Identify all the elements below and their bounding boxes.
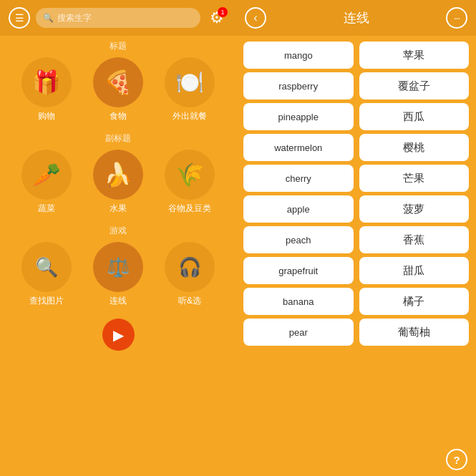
notification-badge: 1 xyxy=(218,7,228,17)
english-card[interactable]: cherry xyxy=(243,165,354,192)
chinese-card[interactable]: 覆盆子 xyxy=(359,72,470,99)
matching-icon-circle: ⚖️ xyxy=(93,242,143,292)
matching-row: mango苹果 xyxy=(243,42,469,69)
chinese-card[interactable]: 甜瓜 xyxy=(359,257,470,284)
sub-categories-row: 🥕 蔬菜 🍌 水果 🌾 谷物及豆类 xyxy=(0,146,236,220)
dining-label: 外出就餐 xyxy=(173,110,207,122)
more-button[interactable]: ··· xyxy=(446,7,467,29)
section-title: 标题 xyxy=(0,36,236,54)
english-card[interactable]: pineapple xyxy=(243,103,354,130)
chinese-card[interactable]: 橘子 xyxy=(359,288,470,315)
matching-row: cherry芒果 xyxy=(243,165,469,192)
play-button-container: ▶ xyxy=(0,313,236,358)
category-vegetables[interactable]: 🥕 蔬菜 xyxy=(18,150,75,215)
left-panel: ☰ 🔍 搜索生字 ⚙ 1 标题 🎁 购物 🍕 食物 🍽️ 外出就餐 副标题 🥕 … xyxy=(0,0,236,476)
chinese-card[interactable]: 樱桃 xyxy=(359,134,470,161)
matching-list: mango苹果raspberry覆盆子pineapple西瓜watermelon… xyxy=(236,36,476,445)
english-card[interactable]: pear xyxy=(243,319,354,346)
menu-icon[interactable]: ☰ xyxy=(9,7,30,29)
right-panel-title: 连线 xyxy=(344,9,369,26)
right-top-bar: ‹ 连线 ··· xyxy=(236,0,476,36)
main-categories-row: 🎁 购物 🍕 食物 🍽️ 外出就餐 xyxy=(0,54,236,128)
fruits-icon-circle: 🍌 xyxy=(93,150,143,200)
help-button-container: ? xyxy=(236,445,476,476)
grains-label: 谷物及豆类 xyxy=(168,203,211,215)
english-card[interactable]: grapefruit xyxy=(243,257,354,284)
matching-row: apple菠萝 xyxy=(243,195,469,223)
matching-label: 连线 xyxy=(110,295,127,307)
matching-row: raspberry覆盆子 xyxy=(243,72,469,99)
matching-row: banana橘子 xyxy=(243,288,469,315)
matching-row: pear葡萄柚 xyxy=(243,319,469,346)
notification-icon[interactable]: ⚙ 1 xyxy=(206,7,228,29)
right-panel: ‹ 连线 ··· mango苹果raspberry覆盆子pineapple西瓜w… xyxy=(236,0,476,476)
top-bar: ☰ 🔍 搜索生字 ⚙ 1 xyxy=(0,0,236,36)
search-placeholder: 搜索生字 xyxy=(57,12,92,24)
chinese-card[interactable]: 菠萝 xyxy=(359,195,470,223)
help-button[interactable]: ? xyxy=(446,449,467,470)
search-icon: 🔍 xyxy=(43,13,54,23)
english-card[interactable]: banana xyxy=(243,288,354,315)
shopping-icon-circle: 🎁 xyxy=(21,57,72,107)
back-button[interactable]: ‹ xyxy=(245,7,266,29)
chinese-card[interactable]: 芒果 xyxy=(359,165,470,192)
search-bar[interactable]: 🔍 搜索生字 xyxy=(36,8,200,28)
section-subtitle: 副标题 xyxy=(0,128,236,146)
food-label: 食物 xyxy=(110,110,127,122)
games-row: 🔍 查找图片 ⚖️ 连线 🎧 听&选 xyxy=(0,238,236,313)
chinese-card[interactable]: 西瓜 xyxy=(359,103,470,130)
fruits-label: 水果 xyxy=(110,203,127,215)
english-card[interactable]: raspberry xyxy=(243,72,354,99)
category-dining[interactable]: 🍽️ 外出就餐 xyxy=(161,57,218,122)
matching-row: pineapple西瓜 xyxy=(243,103,469,130)
category-food[interactable]: 🍕 食物 xyxy=(89,57,147,122)
game-matching[interactable]: ⚖️ 连线 xyxy=(89,242,147,307)
chinese-card[interactable]: 香蕉 xyxy=(359,226,470,253)
dining-icon-circle: 🍽️ xyxy=(165,57,215,107)
section-games: 游戏 xyxy=(0,220,236,238)
english-card[interactable]: apple xyxy=(243,195,354,223)
category-fruits[interactable]: 🍌 水果 xyxy=(89,150,147,215)
matching-row: grapefruit甜瓜 xyxy=(243,257,469,284)
matching-row: peach香蕉 xyxy=(243,226,469,253)
category-shopping[interactable]: 🎁 购物 xyxy=(18,57,75,122)
matching-row: watermelon樱桃 xyxy=(243,134,469,161)
listen-select-label: 听&选 xyxy=(178,295,201,307)
english-card[interactable]: watermelon xyxy=(243,134,354,161)
find-picture-icon-circle: 🔍 xyxy=(21,242,72,292)
chinese-card[interactable]: 苹果 xyxy=(359,42,470,69)
shopping-label: 购物 xyxy=(38,110,55,122)
game-listen-select[interactable]: 🎧 听&选 xyxy=(161,242,218,307)
english-card[interactable]: mango xyxy=(243,42,354,69)
vegetables-icon-circle: 🥕 xyxy=(21,150,72,200)
chinese-card[interactable]: 葡萄柚 xyxy=(359,319,470,346)
category-grains[interactable]: 🌾 谷物及豆类 xyxy=(161,150,218,215)
game-find-picture[interactable]: 🔍 查找图片 xyxy=(18,242,75,307)
listen-select-icon-circle: 🎧 xyxy=(165,242,215,292)
find-picture-label: 查找图片 xyxy=(29,295,64,307)
play-button[interactable]: ▶ xyxy=(102,319,135,351)
english-card[interactable]: peach xyxy=(243,226,354,253)
grains-icon-circle: 🌾 xyxy=(165,150,215,200)
food-icon-circle: 🍕 xyxy=(93,57,143,107)
vegetables-label: 蔬菜 xyxy=(38,203,55,215)
